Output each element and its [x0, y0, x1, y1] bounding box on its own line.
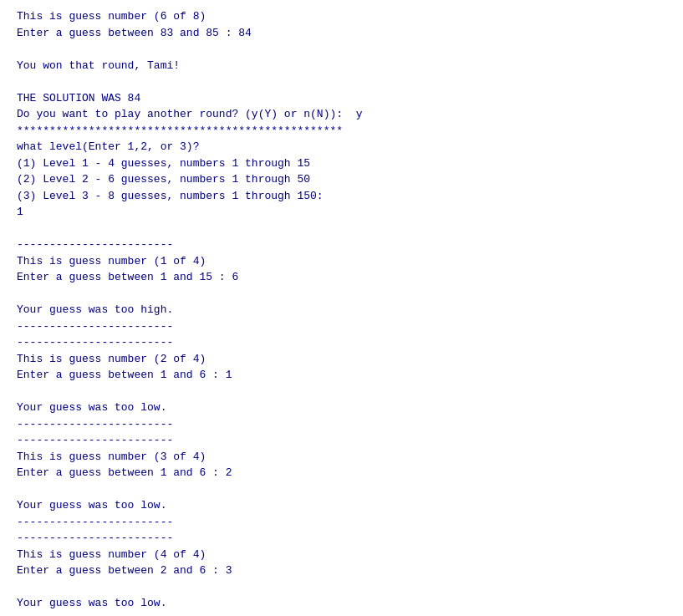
terminal-output: This is guess number (6 of 8) Enter a gu…	[17, 8, 666, 616]
